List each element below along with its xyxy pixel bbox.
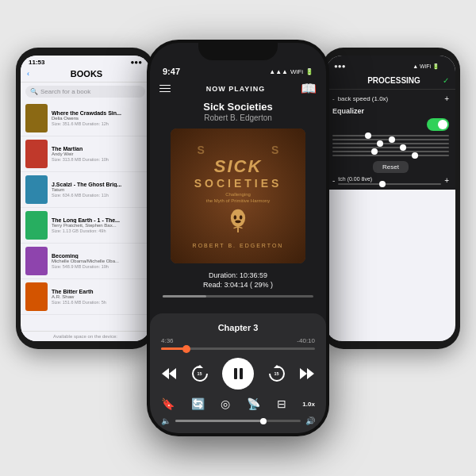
list-item[interactable]: The Bitter Earth A.R. Shaw Size: 151.6 M… xyxy=(21,279,150,315)
slider-track[interactable] xyxy=(332,155,449,156)
svg-point-0 xyxy=(231,209,245,227)
menu-icon[interactable] xyxy=(159,85,171,93)
wifi-icon: WiFi xyxy=(290,68,303,75)
speed-label[interactable]: 1.0x xyxy=(302,401,315,408)
pause-bar xyxy=(240,368,243,379)
eq-slider-2 xyxy=(332,139,449,140)
book-info: Where the Crawdads Sin... Delia Owens Si… xyxy=(52,110,145,126)
refresh-icon[interactable]: 🔄 xyxy=(191,397,205,410)
slider-track[interactable] xyxy=(332,151,449,152)
book-author: A.R. Shaw xyxy=(52,294,145,299)
back-button[interactable]: ‹ xyxy=(27,70,29,78)
equalizer-toggle[interactable] xyxy=(427,118,449,131)
fast-forward-button[interactable] xyxy=(299,367,315,380)
left-screen: 11:53 ●●● ‹ BOOKS 🔍 Search for a book Wh… xyxy=(21,56,150,341)
book-meta: Size: 351.6 MB Duration: 12h xyxy=(52,121,145,126)
duration-label: Duration: xyxy=(209,271,240,279)
slider-track[interactable] xyxy=(332,139,449,140)
pitch-slider-container: tch (0.00 8ve) xyxy=(338,176,441,185)
airplay-icon[interactable]: 📡 xyxy=(247,397,260,410)
menu-bar xyxy=(159,85,171,86)
volume-row: 🔈 🔊 xyxy=(161,416,315,425)
player-progress-fill xyxy=(161,347,184,350)
album-art: S S SICK SOCIETIES Challengingthe Myth o… xyxy=(171,129,305,263)
bookshelf-icon[interactable]: 📖 xyxy=(301,81,317,96)
art-author-text: ROBERT B. EDGERTON xyxy=(193,243,284,248)
rewind-button[interactable] xyxy=(161,367,177,380)
progress-track[interactable] xyxy=(163,295,313,298)
book-meta: Size: 634.6 MB Duration: 11h xyxy=(52,193,145,198)
book-author: Andy Weir xyxy=(52,152,145,156)
read-percent: ( xyxy=(248,281,255,289)
book-info: J.Scalzi - The Ghost Brig... Tatum Size:… xyxy=(52,182,145,198)
player-progress-dot xyxy=(182,345,190,353)
book-info: The Long Earth - 1 - The... Terry Pratch… xyxy=(52,217,145,233)
right-status-bar: ●●● ▲ WiFi 🔋 xyxy=(326,56,455,75)
reset-row: Reset xyxy=(332,161,449,173)
list-item[interactable]: Becoming Michelle Obama/Michelle Oba... … xyxy=(21,244,150,279)
right-header: PROCESSING ✓ xyxy=(326,75,455,90)
list-item[interactable]: The Long Earth - 1 - The... Terry Pratch… xyxy=(21,208,150,244)
list-item[interactable]: The Martian Andy Weir Size: 313.8 MB Dur… xyxy=(21,136,150,172)
book-author: Delia Owens xyxy=(52,116,145,121)
phone-notch xyxy=(198,40,278,60)
center-header: NOW PLAYING 📖 xyxy=(150,79,326,101)
duration-value: 10:36:59 xyxy=(240,271,267,279)
volume-track[interactable] xyxy=(175,420,301,422)
menu-bar xyxy=(159,88,171,90)
reset-button[interactable]: Reset xyxy=(373,161,409,173)
read-info: Read: 3:04:14 ( 29% ) xyxy=(150,281,326,289)
eq-slider-3 xyxy=(332,143,449,144)
right-check-icon[interactable]: ✓ xyxy=(443,76,449,85)
list-item[interactable]: Where the Crawdads Sin... Delia Owens Si… xyxy=(21,101,150,136)
book-title: The Bitter Earth xyxy=(52,289,145,294)
phone-left: 11:53 ●●● ‹ BOOKS 🔍 Search for a book Wh… xyxy=(16,48,155,349)
center-screen: 9:47 ▲▲▲ WiFi 🔋 NOW PLAYING 📖 Sick Socie xyxy=(150,43,326,433)
controls-row: 15 15 xyxy=(161,358,315,390)
play-pause-button[interactable] xyxy=(222,358,254,390)
speed-value: back speed (1.0x) xyxy=(335,95,444,102)
left-search[interactable]: 🔍 Search for a book xyxy=(25,86,145,98)
right-status-icons: ▲ WiFi 🔋 xyxy=(405,60,447,72)
speed-plus[interactable]: + xyxy=(444,94,449,103)
phone-center: 9:47 ▲▲▲ WiFi 🔋 NOW PLAYING 📖 Sick Socie xyxy=(147,40,329,436)
book-meta: Size: 548.9 MB Duration: 19h xyxy=(52,264,145,269)
bookmark-icon[interactable]: 🔖 xyxy=(161,397,175,410)
equalizer-label: Equalizer xyxy=(332,107,449,115)
center-time: 9:47 xyxy=(163,67,180,76)
brightness-icon[interactable]: ◎ xyxy=(221,397,230,410)
speed-row: - back speed (1.0x) + xyxy=(332,94,449,103)
search-icon: 🔍 xyxy=(30,88,38,95)
book-title: Where the Crawdads Sin... xyxy=(52,110,145,116)
search-placeholder: Search for a book xyxy=(40,88,90,95)
skip-back-button[interactable]: 15 xyxy=(191,365,209,382)
book-title: Becoming xyxy=(52,253,145,259)
skip-forward-button[interactable]: 15 xyxy=(268,365,286,382)
signal-icon: ▲▲▲ xyxy=(269,68,288,75)
svg-marker-12 xyxy=(307,368,314,379)
eq-sliders xyxy=(332,135,449,156)
svg-marker-11 xyxy=(300,368,307,379)
player-progress-bar[interactable] xyxy=(161,347,315,350)
phone-right: ●●● ▲ WiFi 🔋 PROCESSING ✓ - back speed (… xyxy=(321,48,460,349)
book-title: The Martian xyxy=(52,146,145,152)
list-item[interactable]: J.Scalzi - The Ghost Brig... Tatum Size:… xyxy=(21,172,150,208)
player-panel: Chapter 3 4:36 -40:10 xyxy=(150,313,326,433)
slider-track[interactable] xyxy=(332,147,449,148)
book-info: Becoming Michelle Obama/Michelle Oba... … xyxy=(52,253,145,269)
right-screen: ●●● ▲ WiFi 🔋 PROCESSING ✓ - back speed (… xyxy=(326,56,455,341)
slider-track[interactable] xyxy=(332,143,449,144)
pitch-track[interactable] xyxy=(338,183,441,185)
time-elapsed: 4:36 xyxy=(161,337,174,344)
main-progress xyxy=(150,295,326,298)
eq-settings-icon[interactable]: ⊟ xyxy=(277,397,286,410)
book-meta: Size: 313.8 MB Duration: 10h xyxy=(52,157,145,162)
book-author: Michelle Obama/Michelle Oba... xyxy=(52,259,145,263)
book-cover xyxy=(25,175,48,204)
pitch-plus[interactable]: + xyxy=(444,176,449,185)
left-header: ‹ BOOKS xyxy=(21,67,150,83)
album-art-content: S S SICK SOCIETIES Challengingthe Myth o… xyxy=(193,144,284,248)
time-row: 4:36 -40:10 xyxy=(161,337,315,344)
pitch-minus[interactable]: - xyxy=(332,176,335,185)
art-s-left: S xyxy=(198,144,205,156)
